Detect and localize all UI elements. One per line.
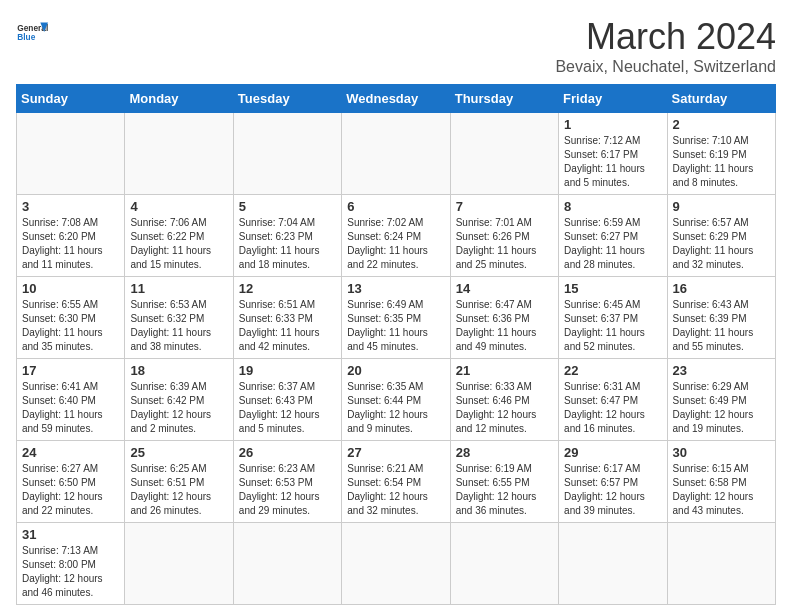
- day-info: Sunrise: 6:39 AM Sunset: 6:42 PM Dayligh…: [130, 380, 227, 436]
- day-number: 15: [564, 281, 661, 296]
- calendar-cell: [125, 523, 233, 605]
- day-number: 18: [130, 363, 227, 378]
- calendar-cell: [559, 523, 667, 605]
- day-info: Sunrise: 6:17 AM Sunset: 6:57 PM Dayligh…: [564, 462, 661, 518]
- calendar-cell: 19Sunrise: 6:37 AM Sunset: 6:43 PM Dayli…: [233, 359, 341, 441]
- day-number: 6: [347, 199, 444, 214]
- calendar-cell: 21Sunrise: 6:33 AM Sunset: 6:46 PM Dayli…: [450, 359, 558, 441]
- day-number: 13: [347, 281, 444, 296]
- day-number: 17: [22, 363, 119, 378]
- day-number: 16: [673, 281, 770, 296]
- calendar-cell: 4Sunrise: 7:06 AM Sunset: 6:22 PM Daylig…: [125, 195, 233, 277]
- day-number: 27: [347, 445, 444, 460]
- day-number: 12: [239, 281, 336, 296]
- day-info: Sunrise: 6:27 AM Sunset: 6:50 PM Dayligh…: [22, 462, 119, 518]
- calendar-cell: 16Sunrise: 6:43 AM Sunset: 6:39 PM Dayli…: [667, 277, 775, 359]
- day-info: Sunrise: 6:21 AM Sunset: 6:54 PM Dayligh…: [347, 462, 444, 518]
- calendar-cell: 10Sunrise: 6:55 AM Sunset: 6:30 PM Dayli…: [17, 277, 125, 359]
- header: General Blue March 2024 Bevaix, Neuchate…: [16, 16, 776, 76]
- calendar-cell: 17Sunrise: 6:41 AM Sunset: 6:40 PM Dayli…: [17, 359, 125, 441]
- day-number: 14: [456, 281, 553, 296]
- day-number: 7: [456, 199, 553, 214]
- day-info: Sunrise: 7:01 AM Sunset: 6:26 PM Dayligh…: [456, 216, 553, 272]
- calendar-cell: 23Sunrise: 6:29 AM Sunset: 6:49 PM Dayli…: [667, 359, 775, 441]
- generalblue-logo-icon: General Blue: [16, 16, 48, 48]
- calendar-cell: 31Sunrise: 7:13 AM Sunset: 8:00 PM Dayli…: [17, 523, 125, 605]
- calendar-cell: 9Sunrise: 6:57 AM Sunset: 6:29 PM Daylig…: [667, 195, 775, 277]
- calendar-cell: 5Sunrise: 7:04 AM Sunset: 6:23 PM Daylig…: [233, 195, 341, 277]
- day-info: Sunrise: 7:06 AM Sunset: 6:22 PM Dayligh…: [130, 216, 227, 272]
- calendar-cell: 27Sunrise: 6:21 AM Sunset: 6:54 PM Dayli…: [342, 441, 450, 523]
- calendar-cell: [450, 113, 558, 195]
- calendar-cell: 15Sunrise: 6:45 AM Sunset: 6:37 PM Dayli…: [559, 277, 667, 359]
- day-info: Sunrise: 7:13 AM Sunset: 8:00 PM Dayligh…: [22, 544, 119, 600]
- calendar-body: 1Sunrise: 7:12 AM Sunset: 6:17 PM Daylig…: [17, 113, 776, 605]
- day-number: 23: [673, 363, 770, 378]
- calendar-week-row: 31Sunrise: 7:13 AM Sunset: 8:00 PM Dayli…: [17, 523, 776, 605]
- logo: General Blue: [16, 16, 48, 48]
- calendar-cell: 24Sunrise: 6:27 AM Sunset: 6:50 PM Dayli…: [17, 441, 125, 523]
- day-info: Sunrise: 7:10 AM Sunset: 6:19 PM Dayligh…: [673, 134, 770, 190]
- day-info: Sunrise: 6:43 AM Sunset: 6:39 PM Dayligh…: [673, 298, 770, 354]
- weekday-header-sunday: Sunday: [17, 85, 125, 113]
- day-info: Sunrise: 6:47 AM Sunset: 6:36 PM Dayligh…: [456, 298, 553, 354]
- weekday-header-tuesday: Tuesday: [233, 85, 341, 113]
- day-info: Sunrise: 6:53 AM Sunset: 6:32 PM Dayligh…: [130, 298, 227, 354]
- calendar-week-row: 3Sunrise: 7:08 AM Sunset: 6:20 PM Daylig…: [17, 195, 776, 277]
- calendar-week-row: 17Sunrise: 6:41 AM Sunset: 6:40 PM Dayli…: [17, 359, 776, 441]
- weekday-header-thursday: Thursday: [450, 85, 558, 113]
- svg-text:Blue: Blue: [17, 32, 35, 42]
- calendar-cell: 30Sunrise: 6:15 AM Sunset: 6:58 PM Dayli…: [667, 441, 775, 523]
- day-number: 5: [239, 199, 336, 214]
- calendar-cell: [667, 523, 775, 605]
- calendar-cell: [233, 523, 341, 605]
- day-info: Sunrise: 7:08 AM Sunset: 6:20 PM Dayligh…: [22, 216, 119, 272]
- day-info: Sunrise: 7:12 AM Sunset: 6:17 PM Dayligh…: [564, 134, 661, 190]
- calendar-cell: [17, 113, 125, 195]
- calendar-cell: [450, 523, 558, 605]
- calendar-cell: 11Sunrise: 6:53 AM Sunset: 6:32 PM Dayli…: [125, 277, 233, 359]
- day-number: 19: [239, 363, 336, 378]
- day-number: 30: [673, 445, 770, 460]
- day-info: Sunrise: 6:31 AM Sunset: 6:47 PM Dayligh…: [564, 380, 661, 436]
- calendar-cell: [342, 523, 450, 605]
- calendar-cell: 20Sunrise: 6:35 AM Sunset: 6:44 PM Dayli…: [342, 359, 450, 441]
- calendar-cell: 6Sunrise: 7:02 AM Sunset: 6:24 PM Daylig…: [342, 195, 450, 277]
- calendar-cell: 26Sunrise: 6:23 AM Sunset: 6:53 PM Dayli…: [233, 441, 341, 523]
- day-info: Sunrise: 6:33 AM Sunset: 6:46 PM Dayligh…: [456, 380, 553, 436]
- day-number: 31: [22, 527, 119, 542]
- calendar-week-row: 10Sunrise: 6:55 AM Sunset: 6:30 PM Dayli…: [17, 277, 776, 359]
- weekday-header-wednesday: Wednesday: [342, 85, 450, 113]
- day-info: Sunrise: 6:55 AM Sunset: 6:30 PM Dayligh…: [22, 298, 119, 354]
- day-number: 10: [22, 281, 119, 296]
- day-number: 24: [22, 445, 119, 460]
- title-block: March 2024 Bevaix, Neuchatel, Switzerlan…: [555, 16, 776, 76]
- calendar-cell: [342, 113, 450, 195]
- day-number: 9: [673, 199, 770, 214]
- calendar-cell: 22Sunrise: 6:31 AM Sunset: 6:47 PM Dayli…: [559, 359, 667, 441]
- day-info: Sunrise: 6:59 AM Sunset: 6:27 PM Dayligh…: [564, 216, 661, 272]
- calendar-table: SundayMondayTuesdayWednesdayThursdayFrid…: [16, 84, 776, 605]
- calendar-cell: 29Sunrise: 6:17 AM Sunset: 6:57 PM Dayli…: [559, 441, 667, 523]
- day-number: 26: [239, 445, 336, 460]
- calendar-cell: 8Sunrise: 6:59 AM Sunset: 6:27 PM Daylig…: [559, 195, 667, 277]
- day-info: Sunrise: 6:35 AM Sunset: 6:44 PM Dayligh…: [347, 380, 444, 436]
- day-info: Sunrise: 6:41 AM Sunset: 6:40 PM Dayligh…: [22, 380, 119, 436]
- calendar-cell: [125, 113, 233, 195]
- day-number: 4: [130, 199, 227, 214]
- calendar-cell: 7Sunrise: 7:01 AM Sunset: 6:26 PM Daylig…: [450, 195, 558, 277]
- weekday-header-monday: Monday: [125, 85, 233, 113]
- calendar-cell: 12Sunrise: 6:51 AM Sunset: 6:33 PM Dayli…: [233, 277, 341, 359]
- calendar-cell: 13Sunrise: 6:49 AM Sunset: 6:35 PM Dayli…: [342, 277, 450, 359]
- day-info: Sunrise: 6:29 AM Sunset: 6:49 PM Dayligh…: [673, 380, 770, 436]
- calendar-week-row: 24Sunrise: 6:27 AM Sunset: 6:50 PM Dayli…: [17, 441, 776, 523]
- day-number: 11: [130, 281, 227, 296]
- day-info: Sunrise: 7:04 AM Sunset: 6:23 PM Dayligh…: [239, 216, 336, 272]
- calendar-cell: 1Sunrise: 7:12 AM Sunset: 6:17 PM Daylig…: [559, 113, 667, 195]
- day-info: Sunrise: 6:15 AM Sunset: 6:58 PM Dayligh…: [673, 462, 770, 518]
- day-info: Sunrise: 6:49 AM Sunset: 6:35 PM Dayligh…: [347, 298, 444, 354]
- day-number: 1: [564, 117, 661, 132]
- calendar-title: March 2024: [555, 16, 776, 58]
- calendar-cell: 25Sunrise: 6:25 AM Sunset: 6:51 PM Dayli…: [125, 441, 233, 523]
- calendar-cell: 18Sunrise: 6:39 AM Sunset: 6:42 PM Dayli…: [125, 359, 233, 441]
